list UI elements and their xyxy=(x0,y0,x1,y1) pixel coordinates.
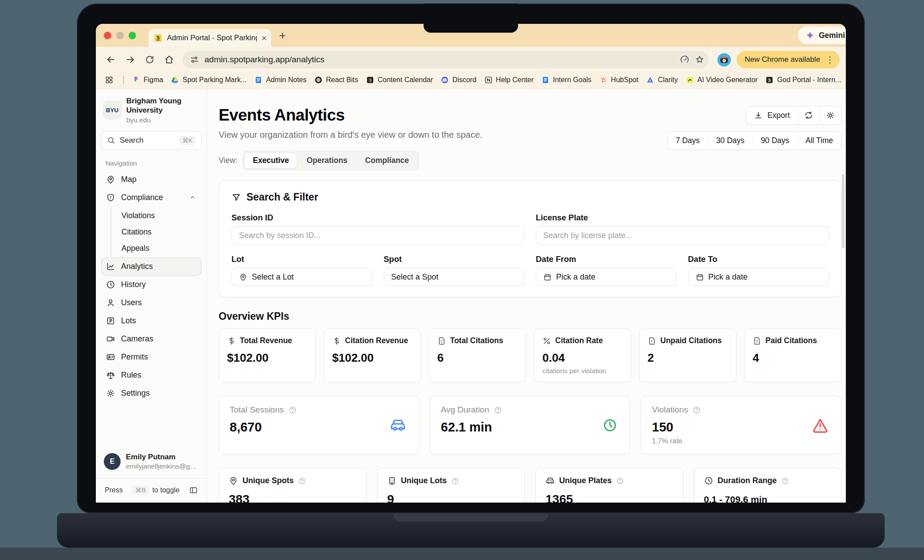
spot-select[interactable]: Select a Spot xyxy=(384,268,525,286)
range-90-days-button[interactable]: 90 Days xyxy=(753,132,797,149)
chrome-update-button[interactable]: New Chrome available ⋮ xyxy=(737,51,840,68)
bookmark-star-icon[interactable] xyxy=(695,55,704,64)
org-switcher[interactable]: BYU Brigham Young University byu.edu xyxy=(101,96,201,124)
date-from-picker[interactable]: Pick a date xyxy=(536,268,677,286)
bookmark-clarity[interactable]: Clarity xyxy=(646,76,678,84)
tab-title: Admin Portal - Spot Parking xyxy=(167,34,257,42)
chevron-up-icon xyxy=(189,193,197,201)
license-plate-input[interactable] xyxy=(536,226,829,245)
bookmark-admin-notes[interactable]: Admin Notes xyxy=(254,76,307,84)
bookmark-intern-goals[interactable]: Intern Goals xyxy=(542,76,591,84)
bookmark-ai-video-generator[interactable]: AI Video Generator xyxy=(686,76,758,84)
view-tab-compliance[interactable]: Compliance xyxy=(357,152,417,169)
range-30-days-button[interactable]: 30 Days xyxy=(708,132,752,149)
spot-dark-icon xyxy=(366,76,374,84)
panel-left-icon[interactable] xyxy=(189,486,198,495)
bookmarks-bar: Figma Spot Parking Mark... Admin Notes R… xyxy=(96,72,846,89)
help-circle-icon[interactable] xyxy=(298,477,306,485)
gemini-sparkle-icon xyxy=(805,30,815,40)
session-id-input[interactable] xyxy=(231,226,524,245)
bookmark-spot-parking-mark[interactable]: Spot Parking Mark... xyxy=(171,76,246,84)
lot-select[interactable]: Select a Lot xyxy=(231,268,372,286)
kpi-unique-plates: Unique Plates 1365 xyxy=(535,468,683,503)
sidebar-item-appeals[interactable]: Appeals xyxy=(111,240,201,257)
home-button[interactable] xyxy=(160,51,178,68)
sidebar-item-users[interactable]: Users xyxy=(101,294,201,312)
help-circle-icon[interactable] xyxy=(288,406,297,414)
sidebar-search[interactable]: Search ⌘K xyxy=(101,131,201,150)
close-window-button[interactable] xyxy=(104,32,111,39)
car-icon xyxy=(390,417,406,434)
sidebar-item-history[interactable]: History xyxy=(101,276,201,294)
kpis-section-title: Overview KPIs xyxy=(219,310,841,322)
sidebar-toggle-hint: Press ⌘B to toggle xyxy=(96,478,207,503)
help-circle-icon[interactable] xyxy=(494,406,502,414)
user-avatar: E xyxy=(104,453,121,470)
bookmark-god-portal[interactable]: God Portal - Intern... xyxy=(765,76,841,84)
sidebar-item-map[interactable]: Map xyxy=(101,170,201,189)
google-docs-icon xyxy=(254,76,262,84)
forward-button[interactable] xyxy=(121,51,139,68)
clarity-icon xyxy=(646,76,654,84)
bookmark-figma[interactable]: Figma xyxy=(132,76,163,84)
sidebar-item-cameras[interactable]: Cameras xyxy=(101,330,201,348)
tab-close-icon[interactable]: × xyxy=(261,34,267,42)
browser-menu-icon[interactable]: ⋮ xyxy=(824,54,836,65)
kpi-subtext: 1.7% rate xyxy=(652,437,830,445)
view-tab-executive[interactable]: Executive xyxy=(244,152,297,169)
search-icon xyxy=(107,136,115,144)
help-circle-icon[interactable] xyxy=(693,406,701,414)
help-circle-icon[interactable] xyxy=(781,477,789,485)
vertical-scrollbar[interactable] xyxy=(842,174,844,248)
percent-icon xyxy=(542,337,551,345)
sidebar-item-analytics[interactable]: Analytics xyxy=(101,257,201,276)
compliance-submenu: Violations Citations Appeals xyxy=(110,208,201,257)
kpi-citation-revenue: Citation Revenue $102.00 xyxy=(324,329,421,382)
user-email: emilyjanelljenkins@gmail... xyxy=(126,462,202,470)
gemini-button[interactable]: Gemini xyxy=(798,26,846,44)
reload-button[interactable] xyxy=(141,51,159,68)
help-circle-icon[interactable] xyxy=(616,477,624,485)
sidebar-item-settings[interactable]: Settings xyxy=(101,384,201,402)
range-7-days-button[interactable]: 7 Days xyxy=(668,132,708,149)
date-from-label: Date From xyxy=(536,254,677,264)
bookmarks-divider xyxy=(123,76,124,84)
back-button[interactable] xyxy=(102,51,120,68)
minimize-window-button[interactable] xyxy=(116,32,124,39)
range-all-time-button[interactable]: All Time xyxy=(797,132,841,149)
site-settings-icon[interactable] xyxy=(189,55,199,64)
user-menu[interactable]: E Emily Putnam emilyjanelljenkins@gmail.… xyxy=(101,449,201,473)
zoom-window-button[interactable] xyxy=(129,32,136,39)
bookmark-discord[interactable]: Discord xyxy=(441,76,476,84)
react-icon xyxy=(314,76,322,84)
bookmark-react-bits[interactable]: React Bits xyxy=(314,76,358,84)
kpi-paid-citations: Paid Citations 4 xyxy=(744,329,841,382)
refresh-button[interactable] xyxy=(798,106,819,124)
address-bar[interactable]: admin.spotparking.app/analytics xyxy=(182,51,709,68)
bookmark-hubspot[interactable]: HubSpot xyxy=(599,76,638,84)
map-pin-icon xyxy=(239,273,247,281)
date-to-picker[interactable]: Pick a date xyxy=(688,268,829,286)
org-domain: byu.edu xyxy=(126,116,200,124)
new-tab-button[interactable]: + xyxy=(279,30,286,41)
view-tab-operations[interactable]: Operations xyxy=(298,152,356,169)
export-button[interactable]: Export xyxy=(746,106,798,124)
browser-tab[interactable]: Admin Portal - Spot Parking × xyxy=(148,29,271,47)
sidebar-item-lots[interactable]: Lots xyxy=(101,312,201,330)
help-circle-icon[interactable] xyxy=(451,477,459,485)
profile-avatar[interactable] xyxy=(717,53,731,67)
page-insights-icon[interactable] xyxy=(680,55,689,64)
sidebar-item-compliance[interactable]: Compliance xyxy=(101,189,201,207)
bookmark-help-center[interactable]: Help Center xyxy=(485,76,534,84)
clock-icon xyxy=(602,418,617,433)
sidebar-item-citations[interactable]: Citations xyxy=(111,224,201,240)
spot-dark-icon xyxy=(765,76,773,84)
analytics-settings-button[interactable] xyxy=(819,106,841,124)
sidebar-item-permits[interactable]: Permits xyxy=(101,348,201,366)
google-docs-icon xyxy=(542,76,549,84)
apps-grid-icon[interactable] xyxy=(103,72,115,89)
bookmark-content-calendar[interactable]: Content Calendar xyxy=(366,76,433,84)
sidebar-item-violations[interactable]: Violations xyxy=(111,208,201,224)
sidebar: BYU Brigham Young University byu.edu Sea… xyxy=(96,89,207,503)
sidebar-item-rules[interactable]: Rules xyxy=(101,366,201,384)
